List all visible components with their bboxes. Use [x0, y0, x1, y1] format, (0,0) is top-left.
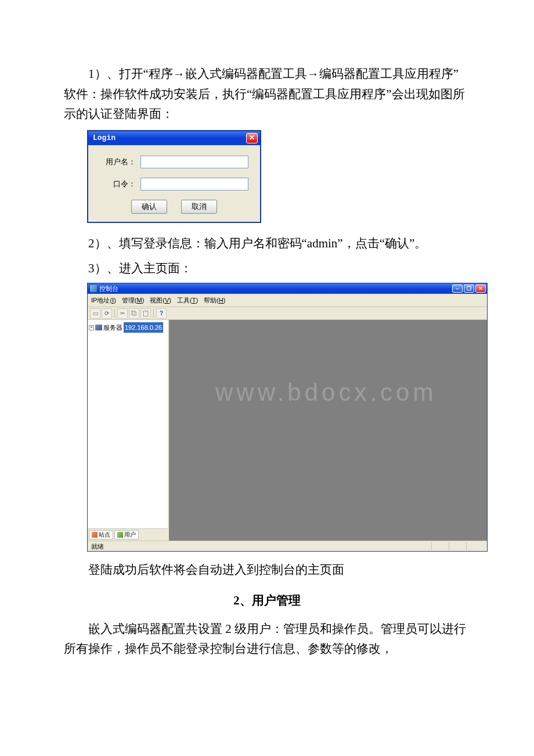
paragraph-step1: 1）、打开“程序→嵌入式编码器配置工具→编码器配置工具应用程序”软件：操作软件成… — [64, 64, 470, 124]
menu-ip[interactable]: IP地址(I) — [91, 295, 116, 305]
paragraph-step2: 2）、填写登录信息：输入用户名和密码“admin”，点击“确认”。 — [64, 233, 470, 254]
tree-root-node[interactable]: + 服务器 192.168.0.26 — [89, 322, 167, 333]
tree-root-ip: 192.168.0.26 — [124, 322, 163, 333]
main-canvas: www.bdocx.com — [169, 320, 487, 541]
watermark-text: www.bdocx.com — [215, 372, 436, 412]
copy-icon[interactable]: ⿻ — [129, 308, 139, 319]
toolbar-separator — [153, 309, 154, 318]
tab-user[interactable]: 用户 — [114, 530, 139, 539]
maximize-icon[interactable]: ❐ — [464, 285, 474, 293]
tree-expand-icon[interactable]: + — [89, 325, 94, 330]
site-icon — [92, 532, 98, 538]
status-cell — [466, 542, 484, 550]
password-label: 口令： — [100, 178, 140, 190]
menu-bar: IP地址(I) 管理(M) 视图(V) 工具(T) 帮助(H) — [88, 294, 487, 307]
menu-tools[interactable]: 工具(T) — [177, 295, 198, 305]
toolbar-btn-1[interactable]: ▭ — [90, 308, 100, 319]
toolbar-btn-2[interactable]: ⟳ — [102, 308, 112, 319]
tab-site[interactable]: 站点 — [89, 530, 113, 539]
paragraph-after-console: 登陆成功后软件将会自动进入到控制台的主页面 — [64, 560, 470, 580]
close-icon[interactable]: ✕ — [246, 133, 258, 143]
server-icon — [95, 325, 102, 330]
toolbar: ▭ ⟳ ✂ ⿻ 📋 ? — [88, 307, 487, 320]
menu-help[interactable]: 帮助(H) — [204, 295, 225, 305]
tree-root-label: 服务器 — [103, 322, 122, 333]
menu-manage[interactable]: 管理(M) — [122, 295, 145, 305]
console-title-text: 控制台 — [99, 283, 452, 294]
tab-user-label: 用户 — [124, 530, 136, 540]
status-bar: 就绪 — [88, 541, 487, 551]
toolbar-separator — [114, 309, 115, 318]
username-input[interactable] — [140, 156, 248, 168]
login-dialog: Login ✕ 用户名： 口令： 确认 取消 — [87, 130, 261, 223]
cancel-button[interactable]: 取消 — [181, 200, 217, 214]
paste-icon[interactable]: 📋 — [140, 308, 151, 319]
ok-button[interactable]: 确认 — [131, 200, 167, 214]
menu-view[interactable]: 视图(V) — [150, 295, 171, 305]
help-icon[interactable]: ? — [156, 308, 167, 319]
status-text: 就绪 — [91, 541, 431, 552]
paragraph-step3: 3）、进入主页面： — [64, 258, 470, 279]
user-icon — [117, 532, 123, 538]
console-window: 控制台 – ❐ ✕ IP地址(I) 管理(M) 视图(V) 工具(T) 帮助(H… — [87, 283, 488, 552]
password-input[interactable] — [140, 178, 248, 190]
close-icon[interactable]: ✕ — [475, 285, 486, 293]
login-title-text: Login — [93, 132, 246, 144]
tab-site-label: 站点 — [99, 530, 110, 540]
tree-panel: + 服务器 192.168.0.26 站点 用户 — [88, 320, 169, 541]
console-titlebar: 控制台 – ❐ ✕ — [88, 283, 487, 294]
login-titlebar: Login ✕ — [88, 131, 260, 145]
section-heading-user-mgmt: 2、用户管理 — [64, 591, 470, 611]
cut-icon[interactable]: ✂ — [117, 308, 128, 319]
minimize-icon[interactable]: – — [452, 285, 463, 293]
username-label: 用户名： — [100, 156, 140, 168]
app-icon — [90, 285, 97, 292]
status-cell — [449, 542, 466, 550]
paragraph-user-mgmt: 嵌入式编码器配置共设置 2 级用户：管理员和操作员。管理员可以进行所有操作，操作… — [64, 619, 470, 659]
status-cell — [431, 542, 449, 550]
